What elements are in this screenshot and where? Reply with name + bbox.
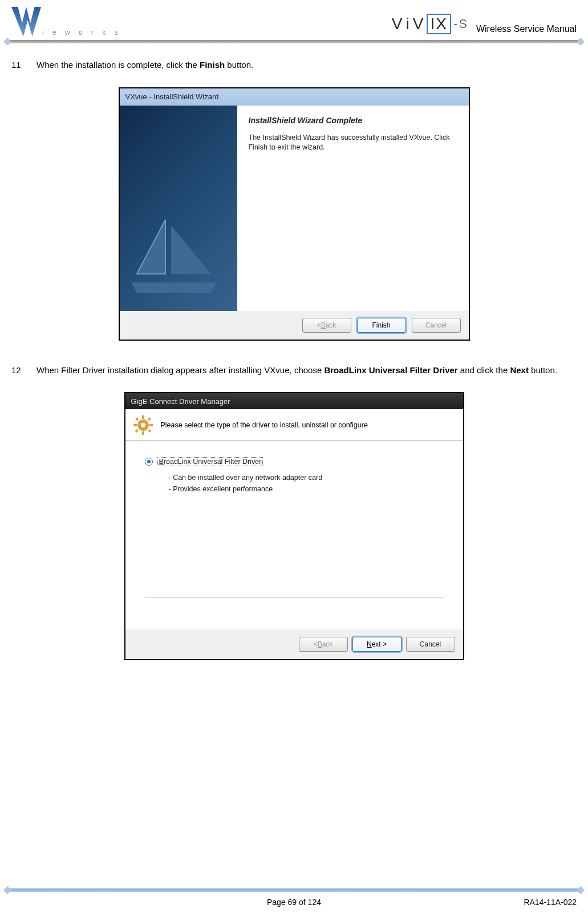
dialog1-side-graphic — [120, 106, 237, 311]
vivix-suffix: -S — [453, 17, 468, 31]
svg-rect-11 — [148, 429, 151, 432]
text-segment: button. — [225, 60, 253, 70]
svg-rect-7 — [142, 431, 144, 435]
text-bold: Finish — [200, 60, 225, 70]
vieworks-logo-text: i e w o r k s — [42, 29, 121, 37]
btn-text: Cancel — [420, 640, 441, 648]
step-11: 11 When the installation is complete, cl… — [11, 57, 577, 74]
dialog1-body-text: The InstallShield Wizard has successfull… — [249, 133, 457, 153]
btn-text: ack — [326, 321, 336, 329]
dialog1-footer: < Back Finish Cancel — [120, 311, 469, 340]
svg-rect-10 — [135, 417, 139, 421]
vivix-logo: ViV IX -S — [392, 14, 468, 34]
vieworks-logo-mark — [11, 7, 41, 37]
btn-text-u: B — [318, 640, 322, 648]
back-button: < Back — [302, 318, 351, 333]
text-segment: button. — [529, 365, 557, 375]
header-divider — [7, 40, 581, 43]
dialog1-wrap: VXvue - InstallShield Wizard InstallShie… — [11, 87, 577, 341]
dialog1-heading: InstallShield Wizard Complete — [249, 116, 457, 125]
svg-rect-13 — [135, 429, 138, 432]
gige-dialog: GigE Connect Driver Manager Please sel — [124, 392, 464, 660]
header-right: ViV IX -S Wireless Service Manual — [392, 14, 577, 37]
footer-row: Page 69 of 124 RA14-11A-022 — [7, 898, 581, 907]
step-number: 12 — [11, 362, 26, 379]
finish-button[interactable]: Finish — [357, 318, 406, 333]
page-header: i e w o r k s ViV IX -S Wireless Service… — [0, 0, 588, 40]
vivix-boxed: IX — [427, 14, 451, 34]
vivix-part: V — [392, 15, 404, 33]
page-content: 11 When the installation is complete, cl… — [0, 43, 588, 660]
btn-text-u: N — [367, 640, 372, 648]
radio-description: - Can be installed over any network adap… — [169, 472, 444, 495]
svg-rect-12 — [147, 417, 151, 421]
svg-point-5 — [141, 423, 145, 427]
gear-icon — [133, 415, 153, 435]
dialog2-title: GigE Connect Driver Manager — [131, 397, 230, 406]
dialog2-footer: < Back Next > Cancel — [125, 629, 463, 659]
installshield-dialog: VXvue - InstallShield Wizard InstallShie… — [119, 87, 470, 341]
back-button: < Back — [299, 637, 348, 652]
text-segment: When Filter Driver installation dialog a… — [37, 365, 324, 375]
btn-text: ack — [322, 640, 333, 648]
text-segment: When the installation is complete, click… — [37, 60, 200, 70]
svg-rect-6 — [142, 415, 144, 419]
dialog1-titlebar[interactable]: VXvue - InstallShield Wizard — [120, 88, 469, 106]
note-line: - Can be installed over any network adap… — [169, 472, 444, 483]
radio-label-rest: roadLinx Universal Filter Driver — [164, 458, 262, 466]
btn-text: < — [317, 321, 321, 329]
cancel-button[interactable]: Cancel — [406, 637, 455, 652]
radio-label: BroadLinx Universal Filter Driver — [157, 457, 263, 466]
dialog2-wrap: GigE Connect Driver Manager Please sel — [11, 392, 577, 660]
page-footer: Page 69 of 124 RA14-11A-022 — [7, 888, 581, 907]
dialog2-prompt: Please select the type of the driver to … — [161, 421, 368, 429]
note-line: - Provides excellent performance — [169, 483, 444, 495]
btn-text: ext > — [372, 640, 387, 648]
svg-rect-9 — [149, 424, 153, 426]
dialog2-inner-rule — [145, 597, 444, 598]
text-bold: BroadLinx Universal Filter Driver — [324, 365, 457, 375]
page-number: Page 69 of 124 — [7, 898, 581, 907]
dialog2-header: Please select the type of the driver to … — [125, 409, 463, 441]
radio-icon — [145, 458, 153, 466]
svg-marker-0 — [131, 282, 217, 293]
btn-text-u: B — [321, 321, 326, 329]
sailboat-icon — [125, 220, 222, 294]
btn-text: Cancel — [425, 321, 447, 329]
text-segment: and click the — [458, 365, 510, 375]
step-text: When the installation is complete, click… — [37, 57, 577, 74]
btn-text: Finish — [372, 321, 390, 329]
radio-label-u: B — [159, 458, 164, 466]
dialog2-titlebar[interactable]: GigE Connect Driver Manager — [125, 393, 463, 409]
step-text: When Filter Driver installation dialog a… — [37, 362, 577, 379]
text-bold: Next — [510, 365, 529, 375]
svg-rect-8 — [133, 424, 137, 426]
radio-broadlinx[interactable]: BroadLinx Universal Filter Driver — [145, 457, 444, 466]
dialog1-main: InstallShield Wizard Complete The Instal… — [237, 106, 469, 311]
dialog2-body: BroadLinx Universal Filter Driver - Can … — [125, 441, 463, 629]
vivix-part: V — [413, 15, 425, 33]
next-button[interactable]: Next > — [352, 637, 402, 652]
footer-divider — [7, 888, 581, 892]
svg-marker-2 — [171, 225, 211, 274]
btn-text: < — [314, 640, 318, 648]
step-12: 12 When Filter Driver installation dialo… — [11, 362, 577, 379]
manual-title: Wireless Service Manual — [476, 24, 577, 34]
cancel-button: Cancel — [412, 318, 461, 333]
vieworks-logo: i e w o r k s — [11, 7, 121, 37]
vivix-part: i — [406, 15, 411, 33]
dialog1-body: InstallShield Wizard Complete The Instal… — [120, 106, 469, 311]
dialog1-title: VXvue - InstallShield Wizard — [125, 92, 219, 101]
step-number: 11 — [11, 57, 26, 74]
